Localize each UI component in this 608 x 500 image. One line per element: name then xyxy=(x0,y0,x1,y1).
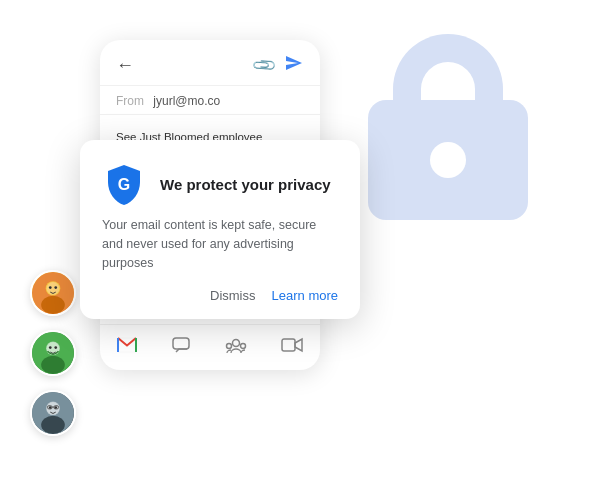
bottom-nav xyxy=(100,324,320,370)
padlock-keyhole xyxy=(430,142,466,178)
svg-point-14 xyxy=(41,356,65,374)
privacy-popup: G We protect your privacy Your email con… xyxy=(80,140,360,319)
google-shield-icon: G xyxy=(102,162,146,206)
header-left: ← xyxy=(116,55,142,76)
avatar-1 xyxy=(30,270,76,316)
attachment-icon: 📎 xyxy=(250,52,278,80)
svg-point-10 xyxy=(49,286,52,289)
padlock-shackle xyxy=(393,34,503,114)
from-email: jyurl@mo.co xyxy=(153,94,220,108)
svg-point-16 xyxy=(49,346,52,349)
svg-point-2 xyxy=(227,343,232,348)
avatar-2 xyxy=(30,330,76,376)
send-icon[interactable] xyxy=(284,54,304,77)
gmail-nav-icon[interactable] xyxy=(117,337,137,358)
scene: ← 📎 From jyurl@mo.co See Just Bloomed em… xyxy=(0,0,608,500)
svg-point-20 xyxy=(41,416,65,434)
svg-text:G: G xyxy=(118,176,130,193)
from-row: From jyurl@mo.co xyxy=(100,86,320,115)
svg-point-8 xyxy=(41,296,65,314)
popup-title: We protect your privacy xyxy=(160,176,331,193)
svg-point-3 xyxy=(241,343,246,348)
chat-nav-icon[interactable] xyxy=(171,335,191,360)
popup-description: Your email content is kept safe, secure … xyxy=(102,216,338,272)
svg-point-11 xyxy=(54,286,57,289)
meet-nav-icon[interactable] xyxy=(281,337,303,358)
header-icons: 📎 xyxy=(254,54,304,77)
padlock-body xyxy=(368,100,528,220)
popup-header: G We protect your privacy xyxy=(102,162,338,206)
from-label: From xyxy=(116,94,144,108)
avatar-3 xyxy=(30,390,76,436)
svg-point-9 xyxy=(47,282,60,295)
avatars-list xyxy=(30,270,76,436)
svg-rect-0 xyxy=(173,338,189,349)
dismiss-button[interactable]: Dismiss xyxy=(210,288,256,303)
back-button[interactable]: ← xyxy=(116,55,134,76)
email-header: ← 📎 xyxy=(100,40,320,86)
spaces-nav-icon[interactable] xyxy=(225,336,247,359)
svg-rect-4 xyxy=(282,339,295,351)
popup-actions: Dismiss Learn more xyxy=(102,288,338,303)
svg-point-1 xyxy=(233,339,240,346)
padlock-decoration xyxy=(348,20,548,240)
svg-point-17 xyxy=(54,346,57,349)
learn-more-button[interactable]: Learn more xyxy=(272,288,338,303)
